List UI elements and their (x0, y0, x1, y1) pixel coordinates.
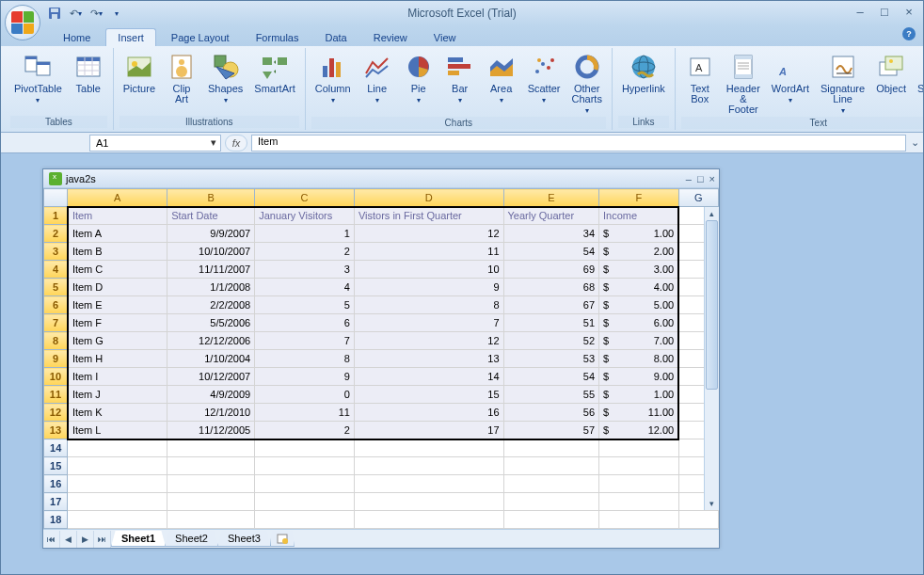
cell[interactable] (255, 493, 355, 511)
cell[interactable] (68, 493, 167, 511)
col-header-B[interactable]: B (167, 189, 255, 207)
sheet-tab-sheet2[interactable]: Sheet2 (165, 531, 218, 547)
name-box-dropdown[interactable]: ▾ (207, 136, 220, 149)
close-button[interactable]: × (900, 5, 917, 19)
row-header-1[interactable]: 1 (44, 207, 68, 225)
headerfooter-button[interactable]: Header & Footer (723, 50, 764, 117)
insert-sheet-button[interactable] (270, 531, 295, 547)
cell[interactable] (503, 457, 599, 475)
cell[interactable]: 10/10/2007 (167, 243, 255, 261)
cell[interactable] (68, 439, 167, 457)
header-cell[interactable]: January Visitors (255, 207, 355, 225)
wb-close-button[interactable]: × (709, 173, 715, 184)
row-header-9[interactable]: 9 (44, 350, 68, 368)
cell[interactable]: 12 (354, 332, 503, 350)
cell[interactable]: 8 (354, 296, 503, 314)
cell[interactable]: 12 (354, 225, 503, 243)
row-header-11[interactable]: 11 (44, 386, 68, 404)
cell[interactable] (503, 493, 599, 511)
cell[interactable]: 53 (503, 350, 599, 368)
cell[interactable] (354, 475, 503, 493)
cell[interactable]: 68 (503, 279, 599, 296)
tab-review[interactable]: Review (362, 29, 419, 46)
row-header-7[interactable]: 7 (44, 314, 68, 332)
cell[interactable] (599, 475, 679, 493)
cell[interactable]: Item F (68, 314, 167, 332)
cell[interactable]: 13 (354, 350, 503, 368)
cell[interactable]: 57 (503, 422, 599, 439)
row-header-5[interactable]: 5 (44, 279, 68, 296)
cell[interactable]: 12/12/2006 (167, 332, 255, 350)
cell[interactable]: $2.00 (599, 243, 679, 261)
workbook-titlebar[interactable]: java2s – □ × (43, 169, 719, 188)
tab-data[interactable]: Data (313, 29, 358, 46)
row-header-12[interactable]: 12 (44, 404, 68, 422)
cell[interactable]: 56 (503, 404, 599, 422)
scatter-chart-button[interactable]: Scatter▾ (524, 50, 565, 106)
scroll-up-icon[interactable]: ▴ (705, 207, 719, 220)
cell[interactable]: 9/9/2007 (167, 225, 255, 243)
sheet-nav-next[interactable]: ▶ (77, 531, 94, 548)
vertical-scrollbar[interactable]: ▴ ▾ (704, 207, 719, 510)
row-header-15[interactable]: 15 (44, 457, 68, 475)
row-header-14[interactable]: 14 (44, 439, 68, 457)
cell[interactable]: $5.00 (599, 296, 679, 314)
cell[interactable] (503, 439, 599, 457)
cell[interactable] (167, 493, 255, 511)
sheet-nav-first[interactable]: ⏮ (43, 531, 60, 548)
textbox-button[interactable]: AText Box (681, 50, 719, 106)
cell[interactable] (599, 457, 679, 475)
pie-chart-button[interactable]: Pie▾ (400, 50, 438, 106)
header-cell[interactable]: Start Date (167, 207, 255, 225)
cell[interactable] (354, 511, 503, 529)
cell[interactable]: 34 (503, 225, 599, 243)
col-header-G[interactable]: G (678, 189, 718, 207)
row-header-3[interactable]: 3 (44, 243, 68, 261)
qat-customize[interactable]: ▾ (108, 5, 125, 22)
name-box[interactable]: A1 ▾ (89, 135, 221, 152)
shapes-button[interactable]: Shapes▾ (204, 50, 247, 106)
cell[interactable] (599, 493, 679, 511)
cell[interactable] (167, 457, 255, 475)
cell[interactable]: 5 (255, 296, 355, 314)
cell[interactable]: 52 (503, 332, 599, 350)
sheet-nav-last[interactable]: ⏭ (94, 531, 111, 548)
cell[interactable]: $4.00 (599, 279, 679, 296)
tab-insert[interactable]: Insert (105, 28, 156, 46)
table-button[interactable]: Table (70, 50, 107, 96)
cell[interactable]: $3.00 (599, 261, 679, 279)
cell[interactable]: 7 (255, 332, 355, 350)
tab-view[interactable]: View (422, 29, 468, 46)
header-cell[interactable]: Vistors in First Quarter (354, 207, 503, 225)
horizontal-scrollbar[interactable] (301, 533, 704, 546)
cell[interactable]: 17 (354, 422, 503, 439)
column-chart-button[interactable]: Column▾ (311, 50, 355, 106)
pivottable-button[interactable]: PivotTable▾ (10, 50, 66, 106)
minimize-button[interactable]: – (852, 5, 868, 19)
cell[interactable]: $1.00 (599, 225, 679, 243)
cell[interactable] (167, 511, 255, 529)
cell[interactable] (503, 511, 599, 529)
col-header-D[interactable]: D (354, 189, 503, 207)
cell[interactable] (255, 439, 355, 457)
cell[interactable] (354, 439, 503, 457)
cell[interactable] (68, 511, 167, 529)
cell[interactable] (354, 493, 503, 511)
cell[interactable]: $12.00 (599, 422, 679, 439)
cell[interactable]: Item C (68, 261, 167, 279)
restore-button[interactable]: □ (876, 5, 893, 19)
bar-chart-button[interactable]: Bar▾ (441, 50, 479, 106)
col-header-C[interactable]: C (255, 189, 355, 207)
cell[interactable] (354, 457, 503, 475)
cell[interactable]: Item E (68, 296, 167, 314)
formula-input[interactable]: Item (251, 135, 906, 152)
sheet-tab-sheet3[interactable]: Sheet3 (217, 531, 271, 547)
object-button[interactable]: Object (872, 50, 910, 96)
scroll-thumb[interactable] (706, 220, 718, 390)
cell[interactable]: Item G (68, 332, 167, 350)
sheet-nav-prev[interactable]: ◀ (60, 531, 77, 548)
cell[interactable]: 67 (503, 296, 599, 314)
area-chart-button[interactable]: Area▾ (483, 50, 520, 106)
cell[interactable]: 7 (354, 314, 503, 332)
help-icon[interactable]: ? (902, 27, 916, 40)
